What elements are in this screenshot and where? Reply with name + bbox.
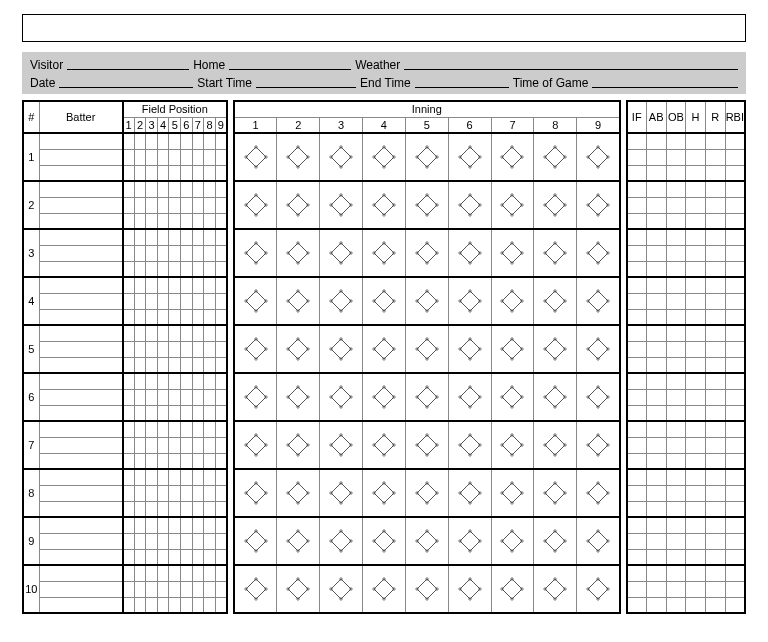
fp-cell[interactable] [204,293,216,309]
fp-cell[interactable] [204,309,216,325]
stat-cell[interactable] [666,517,686,533]
fp-cell[interactable] [134,437,146,453]
fp-cell[interactable] [181,501,193,517]
fp-cell[interactable] [169,549,181,565]
fp-cell[interactable] [192,325,204,341]
fp-cell[interactable] [169,197,181,213]
fp-cell[interactable] [192,309,204,325]
stat-cell[interactable] [705,501,725,517]
fp-cell[interactable] [215,469,227,485]
inning-diamond[interactable] [448,469,491,517]
fp-cell[interactable] [181,309,193,325]
fp-cell[interactable] [146,213,158,229]
fp-cell[interactable] [134,469,146,485]
stat-cell[interactable] [627,325,647,341]
inning-diamond[interactable] [448,565,491,613]
fp-cell[interactable] [204,389,216,405]
inning-diamond[interactable] [448,133,491,181]
stat-cell[interactable] [725,197,745,213]
inning-diamond[interactable] [405,133,448,181]
stat-cell[interactable] [725,229,745,245]
inning-diamond[interactable] [320,325,363,373]
fp-cell[interactable] [192,581,204,597]
inning-diamond[interactable] [577,469,620,517]
stat-cell[interactable] [686,485,706,501]
fp-cell[interactable] [134,357,146,373]
stat-cell[interactable] [627,133,647,149]
fp-cell[interactable] [181,549,193,565]
stat-cell[interactable] [666,405,686,421]
fp-cell[interactable] [146,453,158,469]
fp-cell[interactable] [134,581,146,597]
stat-cell[interactable] [627,229,647,245]
stat-cell[interactable] [705,133,725,149]
fp-cell[interactable] [146,357,158,373]
stat-cell[interactable] [666,245,686,261]
stat-cell[interactable] [646,421,666,437]
fp-cell[interactable] [146,277,158,293]
fp-cell[interactable] [157,437,169,453]
stat-cell[interactable] [725,533,745,549]
stat-cell[interactable] [666,357,686,373]
fp-cell[interactable] [157,245,169,261]
stat-cell[interactable] [705,277,725,293]
fp-cell[interactable] [181,437,193,453]
inning-diamond[interactable] [534,325,577,373]
stat-cell[interactable] [646,325,666,341]
stat-cell[interactable] [705,517,725,533]
home-field[interactable] [229,56,351,70]
fp-cell[interactable] [181,293,193,309]
fp-cell[interactable] [134,197,146,213]
inning-diamond[interactable] [320,469,363,517]
stat-cell[interactable] [627,165,647,181]
fp-cell[interactable] [204,437,216,453]
fp-cell[interactable] [192,469,204,485]
stat-cell[interactable] [666,565,686,581]
fp-cell[interactable] [215,565,227,581]
stat-cell[interactable] [666,597,686,613]
fp-cell[interactable] [192,437,204,453]
fp-cell[interactable] [192,197,204,213]
date-field[interactable] [59,74,193,88]
stat-cell[interactable] [686,245,706,261]
fp-cell[interactable] [146,469,158,485]
fp-cell[interactable] [181,533,193,549]
stat-cell[interactable] [725,581,745,597]
fp-cell[interactable] [134,181,146,197]
stat-cell[interactable] [725,549,745,565]
fp-cell[interactable] [134,309,146,325]
fp-cell[interactable] [215,357,227,373]
inning-diamond[interactable] [577,565,620,613]
inning-diamond[interactable] [534,229,577,277]
stat-cell[interactable] [686,293,706,309]
stat-cell[interactable] [627,149,647,165]
inning-diamond[interactable] [448,229,491,277]
fp-cell[interactable] [123,277,135,293]
stat-cell[interactable] [725,373,745,389]
fp-cell[interactable] [215,341,227,357]
stat-cell[interactable] [627,421,647,437]
fp-cell[interactable] [181,485,193,501]
batter-name-cell[interactable] [39,325,122,341]
inning-diamond[interactable] [362,421,405,469]
stat-cell[interactable] [725,389,745,405]
stat-cell[interactable] [627,309,647,325]
fp-cell[interactable] [134,517,146,533]
inning-diamond[interactable] [234,181,277,229]
fp-cell[interactable] [134,485,146,501]
fp-cell[interactable] [192,597,204,613]
fp-cell[interactable] [169,309,181,325]
stat-cell[interactable] [725,261,745,277]
stat-cell[interactable] [646,405,666,421]
fp-cell[interactable] [134,565,146,581]
stat-cell[interactable] [627,181,647,197]
stat-cell[interactable] [686,133,706,149]
batter-name-cell[interactable] [39,181,122,197]
fp-cell[interactable] [134,325,146,341]
fp-cell[interactable] [192,373,204,389]
fp-cell[interactable] [181,389,193,405]
fp-cell[interactable] [192,213,204,229]
stat-cell[interactable] [646,581,666,597]
stat-cell[interactable] [686,373,706,389]
stat-cell[interactable] [686,181,706,197]
